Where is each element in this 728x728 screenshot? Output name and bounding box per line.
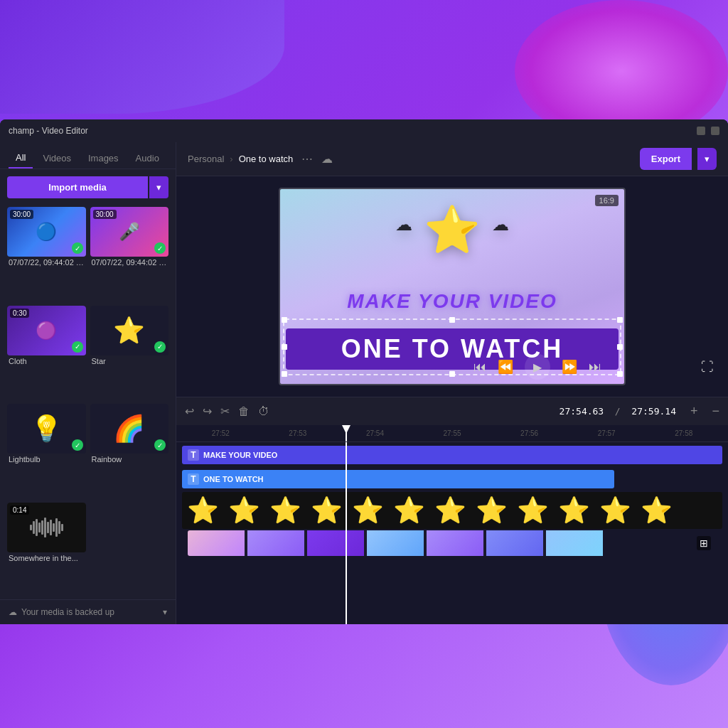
timeline-ruler: 27:52 27:53 27:54 27:55 27:56 27:57 27:5…: [176, 425, 728, 442]
track-watch-label: ONE TO WATCH: [203, 475, 264, 483]
star-emoji-12: ⭐: [636, 496, 677, 525]
media-item-rainbow[interactable]: 🌈 ✓ Rainbow: [90, 404, 169, 498]
breadcrumb-parent: Personal: [188, 154, 224, 164]
content-area: All Videos Images Audio Import media ▾ 🔵…: [0, 142, 728, 624]
zoom-in-button[interactable]: +: [690, 404, 698, 419]
time-display: 27:54.63 / 27:59.14: [560, 406, 676, 417]
ruler-mark-3: 27:55: [414, 429, 491, 437]
audio-waveform: [30, 517, 63, 538]
timer-button[interactable]: ⏱: [258, 405, 269, 418]
media-check-star: ✓: [154, 341, 166, 353]
media-thumb-1: 🔵 30:00 ✓: [7, 207, 86, 257]
text-track-icon-2: T: [188, 473, 199, 485]
backup-label: Your media is backed up: [21, 607, 114, 617]
media-check-2: ✓: [154, 242, 166, 254]
breadcrumb-current: One to watch: [239, 154, 294, 164]
import-media-row: Import media ▾: [0, 169, 176, 204]
preview-area: ✓ ↩ ☁ ⭐ ☁ MAKE YOUR VIDEO: [176, 176, 728, 397]
preview-text-make: MAKE YOUR VIDEO: [280, 290, 624, 313]
star-emoji-5: ⭐: [347, 496, 388, 525]
breadcrumb-separator: ›: [230, 154, 232, 164]
video-track-icon: ⊞: [697, 536, 711, 550]
handle-tl[interactable]: [282, 317, 287, 323]
media-item-cloth[interactable]: 🟣 0:30 ✓ Cloth: [7, 306, 86, 400]
media-thumb-rainbow: 🌈 ✓: [90, 404, 169, 454]
media-thumb-audio: 0:14: [7, 503, 86, 552]
zoom-out-button[interactable]: −: [712, 404, 719, 419]
media-label-audio: Somewhere in the...: [7, 554, 86, 562]
more-options-icon[interactable]: ⋯: [301, 152, 313, 166]
sidebar-footer[interactable]: ☁ Your media is backed up ▾: [0, 599, 176, 624]
chevron-down-icon: ▾: [163, 607, 167, 617]
fast-forward-button[interactable]: ⏩: [562, 359, 577, 375]
media-check-lightbulb: ✓: [72, 439, 83, 451]
media-check-1: ✓: [72, 242, 83, 254]
star-emoji-4: ⭐: [306, 496, 347, 525]
star-emoji-1: ⭐: [182, 496, 223, 525]
timeline-tracks: T MAKE YOUR VIDEO T ONE TO WATCH ⭐ ⭐ ⭐: [176, 442, 728, 624]
media-label-star: Star: [90, 357, 169, 365]
star-emoji-3: ⭐: [264, 496, 306, 525]
video-seg-5: [427, 530, 483, 556]
media-label-rainbow: Rainbow: [90, 455, 169, 464]
tab-images[interactable]: Images: [81, 149, 126, 168]
redo-button[interactable]: ↪: [203, 405, 212, 418]
maximize-button[interactable]: [711, 127, 719, 135]
handle-bl[interactable]: [282, 371, 287, 377]
delete-button[interactable]: 🗑: [238, 405, 250, 418]
media-item-star[interactable]: ⭐ ✓ Star: [90, 306, 169, 400]
handle-tr[interactable]: [617, 317, 623, 323]
media-thumb-lightbulb: 💡 ✓: [7, 404, 86, 454]
media-item-2[interactable]: 🎤 30:00 ✓ 07/07/22, 09:44:02 -...: [90, 207, 169, 301]
tab-audio[interactable]: Audio: [129, 149, 166, 168]
star-emoji-10: ⭐: [553, 496, 594, 525]
ruler-marks: 27:52 27:53 27:54 27:55 27:56 27:57 27:5…: [182, 429, 722, 437]
media-item-lightbulb[interactable]: 💡 ✓ Lightbulb: [7, 404, 86, 498]
media-thumb-cloth: 🟣 0:30 ✓: [7, 306, 86, 355]
rewind-button[interactable]: ⏪: [498, 359, 513, 375]
track-make-label: MAKE YOUR VIDEO: [203, 451, 277, 459]
current-time: 27:54.63: [560, 406, 604, 417]
media-label-2: 07/07/22, 09:44:02 -...: [90, 258, 169, 267]
minimize-button[interactable]: [697, 127, 705, 135]
timeline-toolbar: ↩ ↪ ✂ 🗑 ⏱ 27:54.63 / 27:59.14 + −: [176, 397, 728, 425]
star-emoji-9: ⭐: [512, 496, 553, 525]
app-window: champ - Video Editor All Videos Images A…: [0, 119, 728, 624]
title-bar: champ - Video Editor: [0, 119, 728, 142]
tab-videos[interactable]: Videos: [36, 149, 78, 168]
skip-forward-button[interactable]: ⏭: [589, 360, 601, 375]
media-check-rainbow: ✓: [154, 439, 166, 451]
playhead-ruler-line: [346, 425, 347, 441]
video-seg-4: [367, 530, 424, 556]
media-thumb-star: ⭐ ✓: [90, 306, 169, 355]
media-badge-cloth: 0:30: [10, 309, 29, 318]
track-stars[interactable]: ⭐ ⭐ ⭐ ⭐ ⭐ ⭐ ⭐ ⭐ ⭐ ⭐ ⭐ ⭐: [182, 492, 722, 529]
track-text-watch[interactable]: T ONE TO WATCH: [182, 470, 614, 488]
media-item-audio[interactable]: 0:14: [7, 503, 86, 597]
cut-button[interactable]: ✂: [220, 405, 230, 418]
sidebar-tabs: All Videos Images Audio: [0, 142, 176, 169]
fullscreen-button[interactable]: ⛶: [701, 360, 714, 375]
handle-tm[interactable]: [449, 317, 455, 323]
track-video-wrapper: ⊞: [182, 530, 722, 556]
export-dropdown[interactable]: ▾: [697, 148, 717, 170]
track-text-make[interactable]: T MAKE YOUR VIDEO: [182, 446, 722, 464]
import-media-dropdown[interactable]: ▾: [149, 176, 168, 198]
play-button[interactable]: ▶: [525, 354, 550, 380]
track-video[interactable]: [188, 530, 717, 556]
ruler-mark-0: 27:52: [182, 429, 259, 437]
import-media-button[interactable]: Import media: [7, 176, 148, 198]
skip-back-button[interactable]: ⏮: [473, 360, 486, 375]
video-seg-2: [247, 530, 304, 556]
tab-all[interactable]: All: [9, 148, 33, 168]
track-one-to-watch: T ONE TO WATCH: [182, 468, 722, 491]
top-bar: Personal › One to watch ⋯ ☁ Export ▾: [176, 142, 728, 176]
video-seg-6: [486, 530, 543, 556]
cloud-sync-icon[interactable]: ☁: [321, 152, 333, 166]
media-badge-1: 30:00: [10, 210, 33, 219]
media-label-cloth: Cloth: [7, 357, 86, 365]
undo-button[interactable]: ↩: [185, 405, 194, 418]
text-track-icon: T: [188, 449, 199, 461]
export-button[interactable]: Export: [640, 148, 692, 170]
media-item-1[interactable]: 🔵 30:00 ✓ 07/07/22, 09:44:02 -...: [7, 207, 86, 301]
